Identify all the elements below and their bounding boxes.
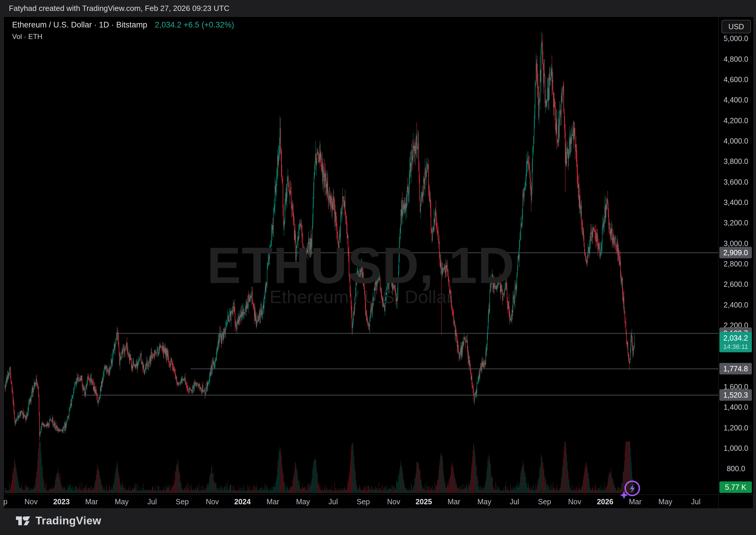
time-axis-label: 2026 xyxy=(597,497,613,506)
attribution-bar: Fatyhad created with TradingView.com, Fe… xyxy=(0,0,756,16)
candlestick-chart-canvas[interactable] xyxy=(4,17,718,494)
price-tick-label: 2,800.0 xyxy=(718,259,753,268)
price-tick-label: 5,000.0 xyxy=(718,34,753,43)
time-axis-label: Jul xyxy=(328,497,338,506)
price-tick-label: 3,400.0 xyxy=(718,198,753,207)
time-axis-label: 2023 xyxy=(53,497,70,506)
price-tick-label: 3,000.0 xyxy=(718,239,753,247)
time-axis-label: 2025 xyxy=(416,497,432,506)
price-tick-label: 1,200.0 xyxy=(718,423,753,432)
price-tick-label: 2,400.0 xyxy=(718,300,753,309)
price-tick-label: 4,400.0 xyxy=(718,96,753,104)
time-axis-label: Mar xyxy=(447,497,460,506)
time-axis-label: May xyxy=(477,497,491,506)
tradingview-logo-text: TradingView xyxy=(36,515,101,527)
bar-countdown: 14:36:11 xyxy=(719,343,752,351)
price-tick-label: 4,200.0 xyxy=(718,116,753,125)
price-tick-label: 1,000.0 xyxy=(718,444,753,452)
time-axis-label: May xyxy=(115,497,128,506)
time-axis-label: Sep xyxy=(176,497,189,506)
price-tick-label: 4,600.0 xyxy=(718,75,753,84)
time-axis-label: Sep xyxy=(357,497,370,506)
currency-usd-button[interactable]: USD xyxy=(721,20,751,33)
symbol-title[interactable]: Ethereum / U.S. Dollar · 1D · Bitstamp xyxy=(12,20,148,29)
price-axis[interactable]: USD 2,034.2 14:36:11 5.77 K 5,000.04,800… xyxy=(718,17,753,494)
current-price-value: 2,034.2 xyxy=(719,334,752,342)
time-axis-label: Nov xyxy=(206,497,219,506)
time-axis-label: May xyxy=(658,497,672,506)
time-axis-label: Mar xyxy=(85,497,98,506)
price-tick-label: 3,200.0 xyxy=(718,219,753,227)
price-level-badge: 1,520.3 xyxy=(719,389,752,401)
chart-legend[interactable]: Ethereum / U.S. Dollar · 1D · Bitstamp 2… xyxy=(12,20,234,41)
current-price-badge: 2,034.2 14:36:11 xyxy=(719,332,752,352)
time-axis-label: Mar xyxy=(266,497,279,506)
price-tick-label: 4,800.0 xyxy=(718,55,753,63)
time-axis-label: Jul xyxy=(148,497,157,506)
price-tick-label: 800.0 xyxy=(718,465,753,473)
attribution-text: Fatyhad created with TradingView.com, Fe… xyxy=(9,4,230,13)
price-level-badge: 1,774.8 xyxy=(719,363,752,375)
last-price: 2,034.2 +6.5 (+0.32%) xyxy=(155,20,234,29)
time-axis-label: Sep xyxy=(4,497,7,506)
tradingview-logo[interactable]: TradingView xyxy=(15,515,101,527)
price-tick-label: 4,000.0 xyxy=(718,136,753,145)
tradingview-screenshot: Fatyhad created with TradingView.com, Fe… xyxy=(0,0,756,535)
time-axis-label: Nov xyxy=(387,497,400,506)
price-change: +6.5 (+0.32%) xyxy=(184,20,234,29)
symbol-title-row[interactable]: Ethereum / U.S. Dollar · 1D · Bitstamp 2… xyxy=(12,20,234,30)
price-tick-label: 3,600.0 xyxy=(718,178,753,186)
volume-value-badge: 5.77 K xyxy=(719,481,752,493)
time-axis-label: 2024 xyxy=(234,497,251,506)
time-axis-label: Nov xyxy=(24,497,38,506)
time-axis-label: May xyxy=(296,497,310,506)
time-axis-label: Nov xyxy=(568,497,581,506)
time-axis-label: Sep xyxy=(538,497,551,506)
price-tick-label: 1,400.0 xyxy=(718,403,753,411)
time-axis-label: Jul xyxy=(510,497,519,506)
volume-indicator-label[interactable]: Vol · ETH xyxy=(12,33,234,41)
flash-boost-icon[interactable] xyxy=(619,478,642,499)
tradingview-logo-icon xyxy=(15,516,31,526)
chart-panel: ETHUSD, 1D Ethereum / U.S. Dollar Ethere… xyxy=(4,16,753,508)
time-axis-separator xyxy=(718,495,718,508)
price-tick-label: 2,600.0 xyxy=(718,280,753,289)
price-level-badge: 2,909.0 xyxy=(719,247,752,259)
price-tick-label: 3,800.0 xyxy=(718,157,753,166)
time-axis-label: Jul xyxy=(691,497,700,506)
